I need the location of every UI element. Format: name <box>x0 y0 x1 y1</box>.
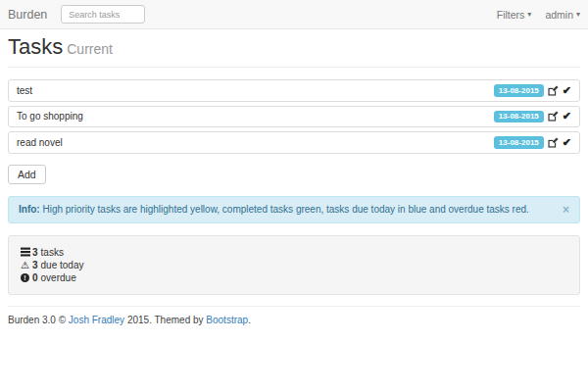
brand-link[interactable]: Burden <box>8 8 47 22</box>
info-alert-body: High priority tasks are highlighted yell… <box>40 204 529 215</box>
edit-icon[interactable] <box>548 111 559 122</box>
complete-check-icon[interactable]: ✔ <box>563 85 571 96</box>
stat-label: due today <box>41 259 84 271</box>
info-alert-text: Info: High priority tasks are highlighte… <box>19 204 529 215</box>
exclamation-glyph: ! <box>21 273 29 282</box>
edit-icon[interactable] <box>548 137 559 148</box>
task-actions: 13-08-2015 ✔ <box>494 84 571 97</box>
task-actions: 13-08-2015 ✔ <box>494 111 571 123</box>
task-row: To go shopping 13-08-2015 ✔ <box>8 106 580 128</box>
page-title: Tasks <box>8 34 63 59</box>
stat-total-tasks: 3 tasks <box>21 246 567 259</box>
search-input[interactable] <box>61 5 145 24</box>
stat-value: 3 <box>32 246 38 259</box>
stat-value: 3 <box>32 259 38 271</box>
task-name: To go shopping <box>17 111 83 122</box>
footer-text-mid: 2015. Themed by <box>124 315 206 325</box>
filters-dropdown[interactable]: Filters ▾ <box>497 9 532 21</box>
close-icon[interactable]: × <box>563 204 569 216</box>
task-list: test 13-08-2015 ✔ To go shopping 13-08-2… <box>8 79 580 154</box>
task-row: read novel 13-08-2015 ✔ <box>8 131 580 154</box>
page-header: TasksCurrent <box>8 34 580 68</box>
stats-panel: 3 tasks ⚠ 3 due today ! 0 overdue <box>8 235 580 295</box>
footer: Burden 3.0 © Josh Fradley 2015. Themed b… <box>8 315 580 325</box>
tasks-icon <box>21 247 32 257</box>
bootstrap-link[interactable]: Bootstrap <box>206 315 248 325</box>
task-name: read novel <box>17 137 63 148</box>
stat-due-today: ⚠ 3 due today <box>21 259 567 271</box>
navbar-right: Filters ▾ admin ▾ <box>497 9 580 21</box>
stat-label: overdue <box>41 271 76 284</box>
top-navbar: Burden Filters ▾ admin ▾ <box>0 0 588 29</box>
footer-text-pre: Burden 3.0 © <box>8 315 69 325</box>
admin-dropdown-label: admin <box>545 9 573 21</box>
footer-divider <box>8 306 580 307</box>
stat-value: 0 <box>32 271 38 284</box>
info-alert-prefix: Info: <box>19 204 40 215</box>
task-name: test <box>17 85 32 96</box>
caret-down-icon: ▾ <box>527 11 531 19</box>
warning-triangle-icon: ⚠ <box>21 259 32 271</box>
author-link[interactable]: Josh Fradley <box>69 315 124 325</box>
main-container: TasksCurrent test 13-08-2015 ✔ To go sho… <box>0 34 588 325</box>
add-task-button[interactable]: Add <box>8 165 46 184</box>
footer-text-end: . <box>248 315 251 325</box>
stat-overdue: ! 0 overdue <box>21 271 567 284</box>
admin-dropdown[interactable]: admin ▾ <box>545 9 580 21</box>
stat-label: tasks <box>41 246 64 259</box>
complete-check-icon[interactable]: ✔ <box>563 111 571 122</box>
filters-dropdown-label: Filters <box>497 9 525 21</box>
info-alert: Info: High priority tasks are highlighte… <box>8 196 580 223</box>
task-row: test 13-08-2015 ✔ <box>8 79 580 102</box>
caret-down-icon: ▾ <box>576 11 580 19</box>
edit-icon[interactable] <box>548 85 559 96</box>
complete-check-icon[interactable]: ✔ <box>563 137 571 148</box>
due-date-badge: 13-08-2015 <box>494 111 544 123</box>
task-actions: 13-08-2015 ✔ <box>494 136 571 149</box>
page-subtitle: Current <box>67 41 113 57</box>
due-date-badge: 13-08-2015 <box>494 136 544 149</box>
exclamation-circle-icon: ! <box>21 273 32 282</box>
due-date-badge: 13-08-2015 <box>494 84 544 97</box>
